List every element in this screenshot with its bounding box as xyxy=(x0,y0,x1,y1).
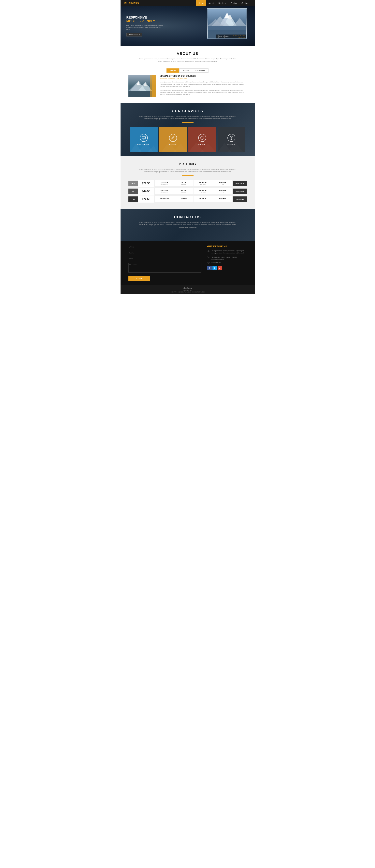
service-label-concept: CONCEPT xyxy=(197,144,207,145)
pricing-desc: Lorem ipsum dolor sit amet, consectetur … xyxy=(138,168,237,173)
service-card-overlay-system: SYSTEM xyxy=(218,127,245,152)
pricing-row-pro: PRO $72.50 12,000 GB BAND WIDTH 128 GB M… xyxy=(128,195,247,203)
service-card-system: SYSTEM xyxy=(218,127,245,152)
contact-name-input[interactable] xyxy=(128,245,201,249)
logo: BUSINESS xyxy=(124,2,139,5)
get-in-touch-title: GET IN TOUCH ! xyxy=(207,245,247,248)
feature-val: 128 GB xyxy=(175,197,192,199)
nav-about[interactable]: About xyxy=(206,0,216,6)
about-offer-desc-1: Lorem ipsum dolor sit amet, consectetur … xyxy=(160,81,247,88)
feature-val: UPDATE xyxy=(214,197,231,199)
contact-title-input[interactable] xyxy=(128,257,201,261)
feature-val: UPDATE xyxy=(214,182,231,184)
feature-lbl: BAND WIDTH xyxy=(156,191,173,193)
twitter-button[interactable]: t xyxy=(213,266,217,270)
contact-form: SEND xyxy=(128,245,201,281)
hero-title-line2: MOBILE FRIENDLY xyxy=(126,20,155,23)
about-section: ABOUT US Lorem ipsum dolor sit amet, con… xyxy=(121,46,255,103)
contact-email-input[interactable] xyxy=(128,251,201,255)
nav-contact[interactable]: Contact xyxy=(239,0,251,6)
about-title: ABOUT US xyxy=(128,52,247,56)
hero-more-details-button[interactable]: MORE DETAILS xyxy=(126,33,142,36)
hero-content: RESPONSIVE MOBILE FRIENDLY Lorem ipsum d… xyxy=(121,16,170,36)
phone-icon xyxy=(207,256,210,258)
facebook-button[interactable]: f xyxy=(207,266,212,270)
order-now-biz[interactable]: ORDER NOW xyxy=(233,189,247,194)
googleplus-button[interactable]: g+ xyxy=(218,266,222,270)
about-desc-2: Lorem ipsum dolor sit amet, consectetur … xyxy=(138,60,237,63)
pricing-feature-basic-3: UPDATE 520 xyxy=(213,180,232,186)
pricing-feature-biz-1: 64 GB MEMORY xyxy=(174,188,194,194)
services-desc: Lorem ipsum dolor sit amet, consectetur … xyxy=(138,115,237,120)
about-image xyxy=(128,75,156,97)
feature-val: 5,500 GB xyxy=(156,189,173,191)
pricing-feature-pro-0: 12,000 GB BAND WIDTH xyxy=(155,196,175,202)
pricing-price-pro: $72.50 xyxy=(138,195,154,203)
pricing-tier-biz: BIZ xyxy=(128,189,138,194)
send-button[interactable]: SEND xyxy=(128,276,150,281)
footer: مستقل mostaql.com COPYRIT © 2014 COMPANY… xyxy=(121,285,255,294)
pricing-feature-biz-0: 5,500 GB BAND WIDTH xyxy=(155,188,175,194)
concept-icon xyxy=(198,134,206,142)
contact-section: CONTACT US Lorem ipsum dolor sit amet, c… xyxy=(121,209,255,241)
nav-links: Home About Services Pricing Contact xyxy=(196,0,251,6)
feature-lbl: MEMORY xyxy=(175,191,192,193)
contact-title: CONTACT US xyxy=(128,215,247,219)
nav-home[interactable]: Home xyxy=(196,0,206,6)
hero-stat-1: ▼ 700 xyxy=(217,35,222,38)
contact-desc: Lorem ipsum dolor sit amet, consectetur … xyxy=(138,221,237,228)
about-offer-desc-2: Lorem ipsum dolor sit amet, consectetur … xyxy=(160,89,247,96)
tab-sponsors[interactable]: SPONSORS xyxy=(192,68,209,72)
svg-point-34 xyxy=(231,137,232,138)
contact-phone-row: (+001) 902-982-0634, (+002) 009 658 0760… xyxy=(207,256,247,260)
pricing-price-basic: $27.50 xyxy=(138,180,154,187)
service-card-overlay-development: DEVELOPMENT xyxy=(130,127,158,152)
hero-stat-2-val: 150 xyxy=(226,36,228,37)
phone-2: (+003) 456-050-0670 xyxy=(211,258,238,260)
contact-info-text: Lorem ipsum dolor sit amet, consectetur … xyxy=(211,250,247,254)
service-card-overlay-design: DESIGN xyxy=(159,127,187,152)
footer-brand-arabic: مستقل xyxy=(183,286,192,289)
feature-lbl: BAND WIDTH xyxy=(156,184,173,185)
pricing-price-biz: $44.50 xyxy=(138,188,154,195)
hero-description: Lorem ipsum dolor sit amet, consectetur … xyxy=(126,24,164,31)
tab-vision[interactable]: VISION xyxy=(179,68,192,72)
feature-lbl: 15 MINS xyxy=(195,199,212,200)
social-links: f t g+ xyxy=(207,266,247,270)
pricing-row-basic: BASIC $27.50 3,000 GB BAND WIDTH 20 GB M… xyxy=(128,180,247,187)
contact-divider xyxy=(182,231,193,231)
nav-services[interactable]: Services xyxy=(216,0,228,6)
service-card-concept: CONCEPT xyxy=(188,127,216,152)
contact-phone-numbers: (+001) 902-982-0634, (+002) 009 658 0760… xyxy=(211,256,238,260)
pricing-feature-pro-1: 128 GB MEMORY xyxy=(174,196,194,202)
nav-pricing[interactable]: Pricing xyxy=(228,0,239,6)
pricing-feature-basic-1: 20 GB MEMORY xyxy=(174,180,194,186)
development-icon xyxy=(140,134,148,142)
hero-section: RESPONSIVE MOBILE FRIENDLY Lorem ipsum d… xyxy=(121,6,255,46)
contact-info: GET IN TOUCH ! Lorem ipsum dolor sit ame… xyxy=(207,245,247,281)
contact-message-input[interactable] xyxy=(128,263,201,273)
order-now-pro[interactable]: ORDER NOW xyxy=(233,196,247,202)
pricing-feature-biz-3: UPDATE OTO xyxy=(213,188,232,194)
pricing-features-biz: 5,500 GB BAND WIDTH 64 GB MEMORY SUPPORT… xyxy=(155,188,232,194)
feature-lbl: BAND WIDTH xyxy=(156,199,173,200)
pricing-feature-basic-2: SUPPORT 24 HOURS xyxy=(194,180,213,186)
pricing-section: PRICING Lorem ipsum dolor sit amet, cons… xyxy=(121,156,255,209)
pricing-feature-pro-2: SUPPORT 15 MINS xyxy=(194,196,213,202)
about-offer: SPECIAL OFFERS ON OUR COURSES REGISTER T… xyxy=(160,75,247,97)
pricing-feature-biz-2: SUPPORT 1 HOUR xyxy=(194,188,213,194)
tab-mision[interactable]: MISION xyxy=(166,68,179,72)
pricing-feature-pro-3: UPDATE FREE xyxy=(213,196,232,202)
about-divider xyxy=(182,65,193,65)
contact-bottom: SEND GET IN TOUCH ! Lorem ipsum dolor si… xyxy=(121,241,255,285)
hero-mountain-image xyxy=(208,9,246,38)
svg-rect-22 xyxy=(142,136,145,138)
feature-val: 20 GB xyxy=(175,182,192,184)
service-card-design: DESIGN xyxy=(159,127,187,152)
about-tabs: MISION VISION SPONSORS xyxy=(128,68,247,72)
hero-image: ▼ 700 ▶ 150 THIS IS HEADLINE 1 Spotted T… xyxy=(207,8,247,39)
service-card-development: DEVELOPMENT xyxy=(130,127,158,152)
feature-lbl: 24 HOURS xyxy=(195,184,212,185)
pricing-title: PRICING xyxy=(128,162,247,166)
order-now-basic[interactable]: ORDER NOW xyxy=(233,181,247,186)
